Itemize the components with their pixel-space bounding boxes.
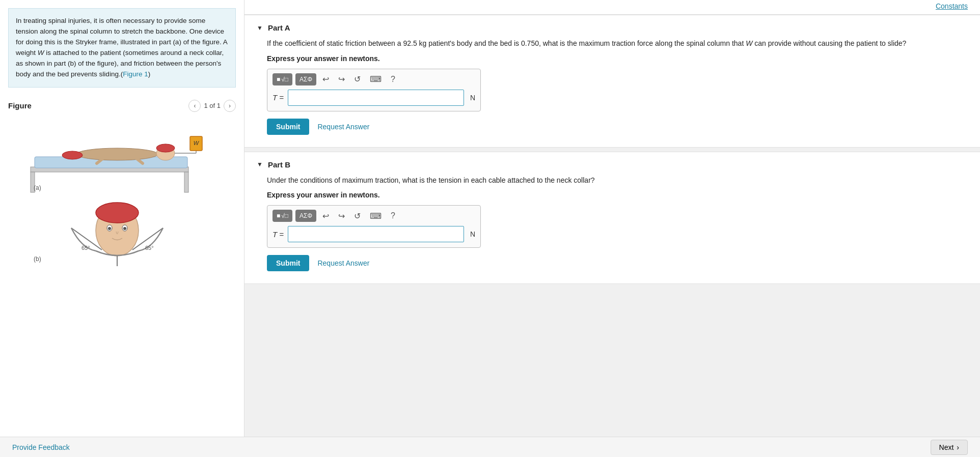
figure-nav: ‹ 1 of 1 ›	[188, 100, 236, 112]
part-b-collapse-icon: ▼	[257, 161, 263, 168]
next-label: Next	[939, 443, 954, 451]
next-arrow-icon: ›	[957, 443, 959, 451]
part-a-express-label: Express your answer in newtons.	[267, 54, 960, 63]
part-b-express-label: Express your answer in newtons.	[267, 191, 960, 199]
part-b-unit: N	[470, 230, 475, 238]
part-a-question: If the coefficient of static friction be…	[267, 38, 960, 49]
svg-point-21	[108, 227, 111, 230]
part-a-submit-button[interactable]: Submit	[267, 119, 309, 135]
part-a-unit: N	[470, 94, 475, 102]
figure1-link[interactable]: Figure 1	[123, 70, 148, 78]
svg-rect-2	[184, 172, 188, 192]
part-a-toolbar: ■ √□ ΑΣΦ ↩ ↪ ↺ ⌨ ?	[273, 73, 475, 85]
part-b-undo-button[interactable]: ↩	[319, 210, 332, 222]
problem-text: In treating spinal injuries, it is often…	[8, 8, 236, 88]
part-a-keyboard-button[interactable]: ⌨	[367, 73, 385, 85]
figure-count: 1 of 1	[204, 102, 221, 109]
figure-illustration: W (a)	[15, 119, 229, 266]
provide-feedback-link[interactable]: Provide Feedback	[12, 443, 70, 451]
figure-title: Figure	[8, 101, 32, 110]
part-b-request-answer-link[interactable]: Request Answer	[317, 259, 369, 267]
svg-text:65°: 65°	[81, 245, 90, 251]
part-b-answer-input[interactable]	[288, 226, 464, 242]
part-b-math-label: T =	[273, 230, 284, 239]
part-a-undo-button[interactable]: ↩	[319, 73, 332, 85]
part-b-greek-button[interactable]: ΑΣΦ	[295, 210, 316, 222]
figure-section: Figure ‹ 1 of 1 ›	[8, 100, 236, 269]
formula-label: √□	[281, 76, 288, 83]
svg-text:W: W	[193, 140, 199, 146]
part-a-action-row: Submit Request Answer	[267, 119, 960, 135]
part-a-answer-input[interactable]	[288, 90, 464, 106]
svg-point-22	[123, 227, 126, 230]
chevron-right-icon: ›	[229, 102, 231, 109]
part-b-formula-button[interactable]: ■ √□	[273, 210, 292, 222]
problem-description: In treating spinal injuries, it is often…	[16, 17, 227, 78]
part-b-label: Part B	[268, 160, 290, 169]
bottom-bar: Provide Feedback Next ›	[0, 437, 980, 457]
formula-label-b: √□	[281, 212, 288, 219]
part-a-math-label: T =	[273, 93, 284, 102]
svg-point-18	[96, 203, 139, 223]
part-a-request-answer-link[interactable]: Request Answer	[317, 123, 369, 131]
constants-link[interactable]: Constants	[936, 2, 968, 10]
greek-label-b: ΑΣΦ	[300, 212, 312, 219]
part-a-formula-button[interactable]: ■ √□	[273, 73, 292, 85]
part-a-greek-button[interactable]: ΑΣΦ	[295, 73, 316, 85]
part-a-redo-button[interactable]: ↪	[335, 73, 348, 85]
svg-text:(a): (a)	[34, 184, 41, 191]
figure-link-suffix: )	[148, 70, 151, 78]
svg-point-6	[156, 144, 175, 152]
part-b-help-button[interactable]: ?	[388, 210, 398, 221]
part-b-input-row: T = N	[273, 226, 475, 242]
part-a-reset-button[interactable]: ↺	[351, 73, 364, 85]
svg-text:65°: 65°	[145, 245, 154, 251]
left-panel: In treating spinal injuries, it is often…	[0, 0, 244, 457]
svg-point-4	[76, 148, 158, 160]
part-b-header[interactable]: ▼ Part B	[244, 152, 980, 175]
part-b-math-input-container: ■ √□ ΑΣΦ ↩ ↪ ↺ ⌨ ? T = N	[267, 205, 481, 248]
part-b-section: ▼ Part B Under the conditions of maximum…	[244, 152, 980, 284]
part-a-section: ▼ Part A If the coefficient of static fr…	[244, 15, 980, 148]
next-button[interactable]: Next ›	[931, 440, 968, 455]
figure-image: W (a)	[8, 116, 236, 269]
part-a-input-row: T = N	[273, 90, 475, 106]
part-a-header[interactable]: ▼ Part A	[244, 15, 980, 38]
part-b-redo-button[interactable]: ↪	[335, 210, 348, 222]
formula-icon: ■	[277, 76, 280, 83]
formula-icon-b: ■	[277, 212, 280, 219]
figure-prev-button[interactable]: ‹	[188, 100, 201, 112]
part-a-collapse-icon: ▼	[257, 24, 263, 32]
part-a-math-input-container: ■ √□ ΑΣΦ ↩ ↪ ↺ ⌨ ? T = N	[267, 69, 481, 111]
greek-label: ΑΣΦ	[300, 76, 312, 83]
figure-header: Figure ‹ 1 of 1 ›	[8, 100, 236, 112]
chevron-left-icon: ‹	[194, 102, 196, 109]
part-b-keyboard-button[interactable]: ⌨	[367, 210, 385, 222]
part-b-question: Under the conditions of maximum traction…	[267, 175, 960, 186]
part-b-reset-button[interactable]: ↺	[351, 210, 364, 222]
figure-next-button[interactable]: ›	[224, 100, 236, 112]
part-b-body: Under the conditions of maximum traction…	[244, 175, 980, 284]
svg-point-9	[62, 151, 83, 159]
part-a-help-button[interactable]: ?	[388, 74, 398, 85]
part-a-label: Part A	[268, 23, 290, 32]
svg-text:(b): (b)	[34, 255, 41, 263]
right-panel: Constants ▼ Part A If the coefficient of…	[244, 0, 980, 457]
constants-bar: Constants	[244, 0, 980, 15]
part-b-toolbar: ■ √□ ΑΣΦ ↩ ↪ ↺ ⌨ ?	[273, 210, 475, 222]
part-b-action-row: Submit Request Answer	[267, 255, 960, 271]
part-b-submit-button[interactable]: Submit	[267, 255, 309, 271]
part-a-body: If the coefficient of static friction be…	[244, 38, 980, 147]
